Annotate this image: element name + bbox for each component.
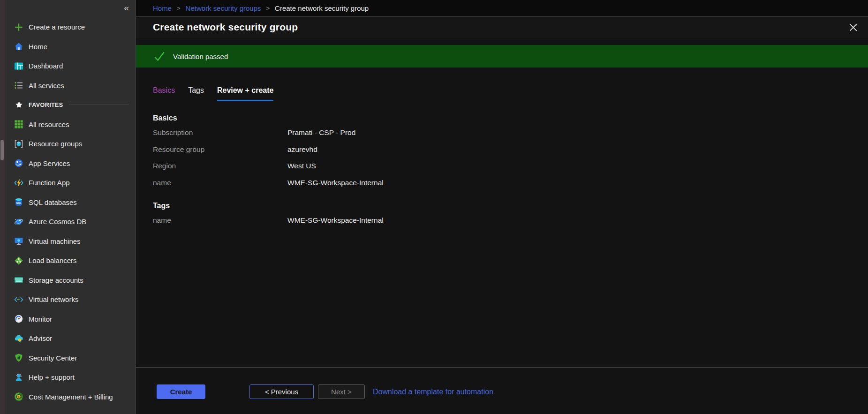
review-row-name: nameWME-SG-Workspace-Internal	[153, 177, 868, 189]
create-button[interactable]: Create	[157, 384, 205, 399]
sidebar-item-help-support[interactable]: Help + support	[5, 368, 136, 387]
grid-icon	[14, 120, 23, 129]
sidebar-item-load-balancers[interactable]: Load balancers	[5, 251, 136, 271]
breadcrumb-separator: >	[177, 5, 181, 12]
breadcrumb: Home > Network security groups > Create …	[136, 0, 868, 16]
resource-group-icon	[14, 139, 23, 149]
review-row-value: azurevhd	[287, 145, 868, 154]
breadcrumb-link-network-security-groups[interactable]: Network security groups	[186, 4, 261, 12]
star-icon	[15, 101, 23, 109]
review-row-region: RegionWest US	[153, 160, 868, 173]
sidebar-item-label: Storage accounts	[29, 276, 83, 284]
sidebar-item-function-app[interactable]: Function App	[5, 173, 136, 193]
sidebar-item-label: Function App	[29, 179, 70, 187]
blade-title-bar: Create network security group	[136, 16, 868, 38]
sidebar-item-label: Virtual networks	[29, 295, 78, 303]
review-row-label: Region	[153, 162, 287, 170]
section-divider	[69, 105, 129, 105]
tab-basics[interactable]: Basics	[153, 86, 175, 101]
review-row-value: WME-SG-Workspace-Internal	[287, 179, 868, 187]
security-center-icon	[14, 353, 23, 362]
sidebar-item-label: Security Center	[29, 354, 77, 362]
next-button[interactable]: Next >	[318, 384, 365, 399]
sidebar-item-home[interactable]: Home	[5, 37, 136, 57]
sidebar-item-sql-databases[interactable]: SQLSQL databases	[5, 193, 136, 212]
advisor-icon	[14, 334, 23, 343]
function-app-icon	[14, 178, 23, 188]
sidebar-item-label: Help + support	[29, 373, 75, 381]
scrollbar-thumb[interactable]	[0, 140, 4, 160]
sidebar-item-azure-cosmos-db[interactable]: Azure Cosmos DB	[5, 212, 136, 232]
tab-tags[interactable]: Tags	[188, 86, 204, 101]
sidebar-nav-list: Create a resourceHomeDashboardAll servic…	[5, 0, 136, 406]
sidebar-item-label: Advisor	[29, 334, 52, 342]
sidebar-item-label: Create a resource	[29, 23, 85, 31]
sidebar-item-label: Load balancers	[29, 256, 77, 264]
sidebar-item-all-resources[interactable]: All resources	[5, 115, 136, 135]
sidebar-item-security-center[interactable]: Security Center	[5, 348, 136, 368]
sidebar: « Create a resourceHomeDashboardAll serv…	[5, 0, 136, 414]
review-row-value: West US	[287, 162, 868, 170]
home-icon	[14, 42, 23, 51]
sidebar-item-label: Dashboard	[29, 62, 63, 70]
sidebar-item-label: Cost Management + Billing	[29, 393, 113, 401]
app-services-icon	[14, 158, 23, 168]
cosmos-db-icon	[14, 217, 23, 226]
sidebar-item-label: All services	[29, 82, 64, 90]
plus-icon	[14, 23, 23, 32]
sidebar-item-monitor[interactable]: Monitor	[5, 309, 136, 329]
sidebar-item-label: Virtual machines	[29, 237, 81, 245]
sidebar-item-label: Resource groups	[29, 140, 82, 148]
sidebar-item-app-services[interactable]: App Services	[5, 154, 136, 173]
review-row-name: nameWME-SG-Workspace-Internal	[153, 214, 868, 227]
azure-portal-window: « Create a resourceHomeDashboardAll serv…	[0, 0, 868, 414]
review-row-label: name	[153, 216, 287, 225]
sidebar-item-cost-management-billing[interactable]: $Cost Management + Billing	[5, 387, 136, 407]
validation-banner-text: Validation passed	[173, 53, 228, 60]
previous-button[interactable]: < Previous	[249, 384, 314, 399]
close-icon[interactable]	[847, 22, 859, 33]
review-row-value: Pramati - CSP - Prod	[287, 128, 868, 137]
download-template-link[interactable]: Download a template for automation	[373, 384, 493, 399]
storage-account-icon	[14, 275, 23, 285]
review-row-label: Resource group	[153, 145, 287, 154]
sidebar-item-label: All resources	[29, 120, 69, 128]
left-rail	[0, 0, 5, 414]
sidebar-item-label: Home	[29, 43, 47, 51]
review-summary: BasicsSubscriptionPramati - CSP - ProdRe…	[153, 114, 868, 227]
breadcrumb-separator: >	[266, 5, 270, 12]
list-icon	[14, 81, 23, 90]
sidebar-item-virtual-machines[interactable]: Virtual machines	[5, 232, 136, 251]
sidebar-item-dashboard[interactable]: Dashboard	[5, 56, 136, 76]
sidebar-section-favorites: FAVORITES	[5, 95, 136, 115]
virtual-network-icon	[14, 295, 23, 304]
virtual-machine-icon	[14, 236, 23, 246]
footer-action-bar: Create < Previous Next > Download a temp…	[136, 367, 868, 414]
review-row-value: WME-SG-Workspace-Internal	[287, 216, 868, 225]
main-panel: Home > Network security groups > Create …	[136, 0, 868, 414]
help-support-icon	[14, 373, 23, 382]
dashboard-icon	[14, 61, 23, 71]
sidebar-item-virtual-networks[interactable]: Virtual networks	[5, 290, 136, 309]
sidebar-section-label: FAVORITES	[29, 102, 63, 108]
svg-text:$: $	[18, 395, 20, 399]
sidebar-item-label: App Services	[29, 159, 70, 167]
page-title: Create network security group	[153, 22, 298, 33]
breadcrumb-link-home[interactable]: Home	[153, 4, 172, 12]
sidebar-item-resource-groups[interactable]: Resource groups	[5, 134, 136, 154]
sidebar-item-create-a-resource[interactable]: Create a resource	[5, 17, 136, 37]
monitor-icon	[14, 314, 23, 324]
sidebar-item-label: SQL databases	[29, 198, 77, 206]
sidebar-item-label: Monitor	[29, 315, 52, 323]
sql-database-icon: SQL	[14, 197, 23, 207]
validation-passed-banner: Validation passed	[136, 45, 868, 68]
review-row-resource-group: Resource groupazurevhd	[153, 143, 868, 156]
breadcrumb-current-page: Create network security group	[275, 4, 369, 12]
section-heading-basics: Basics	[153, 114, 868, 122]
sidebar-item-all-services[interactable]: All services	[5, 76, 136, 96]
review-row-label: Subscription	[153, 128, 287, 137]
tab-review-create[interactable]: Review + create	[217, 86, 274, 101]
sidebar-item-advisor[interactable]: Advisor	[5, 329, 136, 348]
sidebar-item-storage-accounts[interactable]: Storage accounts	[5, 271, 136, 290]
collapse-sidebar-icon[interactable]: «	[124, 3, 129, 12]
